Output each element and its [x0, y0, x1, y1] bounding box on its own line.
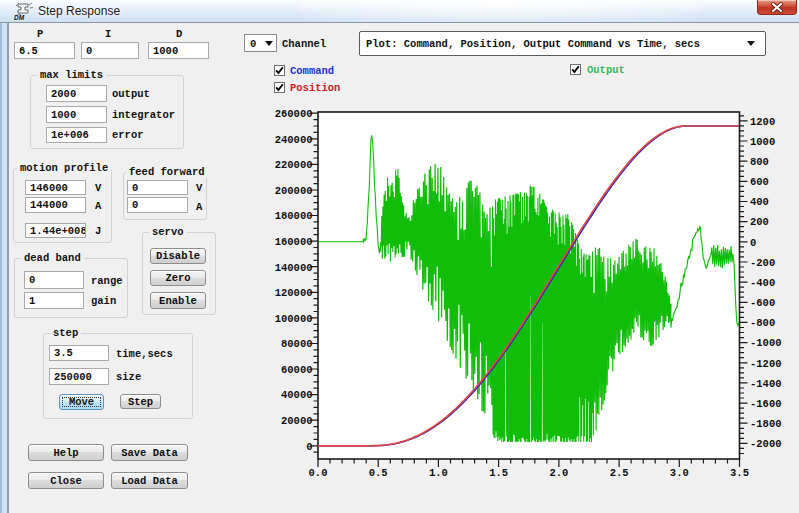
svg-text:1.0: 1.0: [429, 467, 448, 479]
svg-text:200: 200: [750, 216, 769, 228]
svg-text:0: 0: [750, 237, 756, 249]
svg-text:2.5: 2.5: [610, 467, 629, 479]
svg-text:240000: 240000: [275, 134, 313, 146]
svg-text:-400: -400: [750, 277, 775, 289]
svg-text:1200: 1200: [750, 116, 775, 128]
svg-text:20000: 20000: [281, 415, 313, 427]
svg-text:-1400: -1400: [750, 378, 782, 390]
svg-text:400: 400: [750, 196, 769, 208]
svg-text:180000: 180000: [275, 210, 313, 222]
svg-text:80000: 80000: [281, 338, 313, 350]
svg-text:140000: 140000: [275, 262, 313, 274]
svg-text:60000: 60000: [281, 364, 313, 376]
svg-text:-1200: -1200: [750, 358, 782, 370]
svg-text:40000: 40000: [281, 389, 313, 401]
svg-text:260000: 260000: [275, 108, 313, 120]
svg-text:-1800: -1800: [750, 418, 782, 430]
svg-text:1.5: 1.5: [489, 467, 508, 479]
svg-text:100000: 100000: [275, 313, 313, 325]
svg-text:-1600: -1600: [750, 398, 782, 410]
svg-text:200000: 200000: [275, 185, 313, 197]
svg-text:160000: 160000: [275, 236, 313, 248]
svg-text:-200: -200: [750, 257, 775, 269]
svg-text:3.0: 3.0: [670, 467, 689, 479]
svg-text:-600: -600: [750, 297, 775, 309]
svg-text:1000: 1000: [750, 136, 775, 148]
svg-text:0.5: 0.5: [369, 467, 388, 479]
svg-text:800: 800: [750, 156, 769, 168]
svg-text:3.5: 3.5: [730, 467, 749, 479]
svg-text:0: 0: [306, 441, 312, 453]
svg-text:-2000: -2000: [750, 438, 782, 450]
svg-text:-800: -800: [750, 317, 775, 329]
svg-text:0.0: 0.0: [309, 467, 328, 479]
svg-text:220000: 220000: [275, 159, 313, 171]
svg-text:-1000: -1000: [750, 337, 782, 349]
svg-text:600: 600: [750, 176, 769, 188]
svg-text:120000: 120000: [275, 287, 313, 299]
svg-text:2.0: 2.0: [549, 467, 568, 479]
